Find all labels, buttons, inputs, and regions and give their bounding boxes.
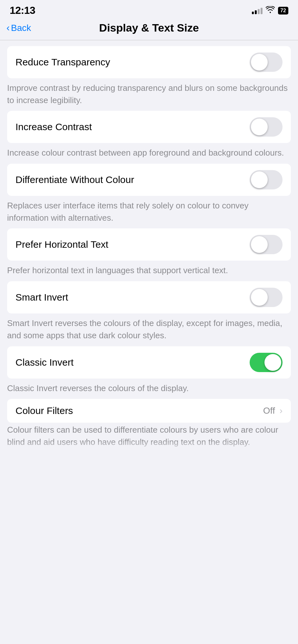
smart-invert-description: Smart Invert reverses the colours of the… <box>7 316 291 346</box>
colour-filters-row[interactable]: Colour Filters Off › <box>15 399 283 423</box>
smart-invert-card: Smart Invert <box>7 281 291 313</box>
differentiate-without-colour-card: Differentiate Without Colour <box>7 164 291 196</box>
colour-filters-right: Off › <box>263 406 283 416</box>
back-chevron-icon: ‹ <box>6 23 10 33</box>
classic-invert-toggle[interactable] <box>250 353 283 372</box>
classic-invert-row: Classic Invert <box>15 346 283 379</box>
colour-filters-label: Colour Filters <box>15 405 73 416</box>
battery-icon: 72 <box>278 7 288 14</box>
back-button[interactable]: ‹ Back <box>6 23 31 33</box>
signal-icon <box>252 7 263 14</box>
increase-contrast-label: Increase Contrast <box>15 121 92 132</box>
reduce-transparency-label: Reduce Transparency <box>15 57 110 68</box>
settings-content: Reduce Transparency Improve contrast by … <box>0 40 298 459</box>
smart-invert-thumb <box>251 289 268 306</box>
reduce-transparency-row: Reduce Transparency <box>15 46 283 78</box>
smart-invert-label: Smart Invert <box>15 292 68 303</box>
classic-invert-thumb <box>264 354 281 371</box>
differentiate-without-colour-thumb <box>251 171 268 188</box>
status-bar: 12:13 72 <box>0 0 298 19</box>
smart-invert-toggle[interactable] <box>250 288 283 307</box>
prefer-horizontal-text-card: Prefer Horizontal Text <box>7 228 291 261</box>
smart-invert-row: Smart Invert <box>15 281 283 313</box>
reduce-transparency-toggle[interactable] <box>250 53 283 72</box>
differentiate-without-colour-label: Differentiate Without Colour <box>15 174 134 185</box>
increase-contrast-card: Increase Contrast <box>7 111 291 143</box>
differentiate-without-colour-row: Differentiate Without Colour <box>15 164 283 196</box>
reduce-transparency-card: Reduce Transparency <box>7 46 291 78</box>
wifi-icon <box>266 6 275 15</box>
back-label: Back <box>11 23 31 33</box>
status-time: 12:13 <box>10 5 35 16</box>
prefer-horizontal-text-label: Prefer Horizontal Text <box>15 239 108 250</box>
colour-filters-chevron-icon: › <box>280 406 283 416</box>
differentiate-without-colour-description: Replaces user interface items that rely … <box>7 198 291 228</box>
colour-filters-description-container: Colour filters can be used to differenti… <box>7 423 291 453</box>
classic-invert-description: Classic Invert reverses the colours of t… <box>7 381 291 399</box>
increase-contrast-row: Increase Contrast <box>15 111 283 143</box>
classic-invert-card: Classic Invert <box>7 346 291 379</box>
colour-filters-value: Off <box>263 406 275 416</box>
increase-contrast-description: Increase colour contrast between app for… <box>7 146 291 164</box>
prefer-horizontal-text-toggle[interactable] <box>250 235 283 254</box>
colour-filters-description: Colour filters can be used to differenti… <box>7 423 291 453</box>
page-title: Display & Text Size <box>99 22 199 34</box>
prefer-horizontal-text-row: Prefer Horizontal Text <box>15 228 283 261</box>
reduce-transparency-thumb <box>251 54 268 71</box>
increase-contrast-toggle[interactable] <box>250 117 283 137</box>
status-icons: 72 <box>252 6 288 15</box>
nav-header: ‹ Back Display & Text Size <box>0 19 298 40</box>
prefer-horizontal-text-description: Prefer horizontal text in languages that… <box>7 263 291 281</box>
colour-filters-card[interactable]: Colour Filters Off › <box>7 399 291 423</box>
classic-invert-label: Classic Invert <box>15 357 74 368</box>
reduce-transparency-description: Improve contrast by reducing transparenc… <box>7 81 291 111</box>
increase-contrast-thumb <box>251 119 268 135</box>
differentiate-without-colour-toggle[interactable] <box>250 170 283 189</box>
